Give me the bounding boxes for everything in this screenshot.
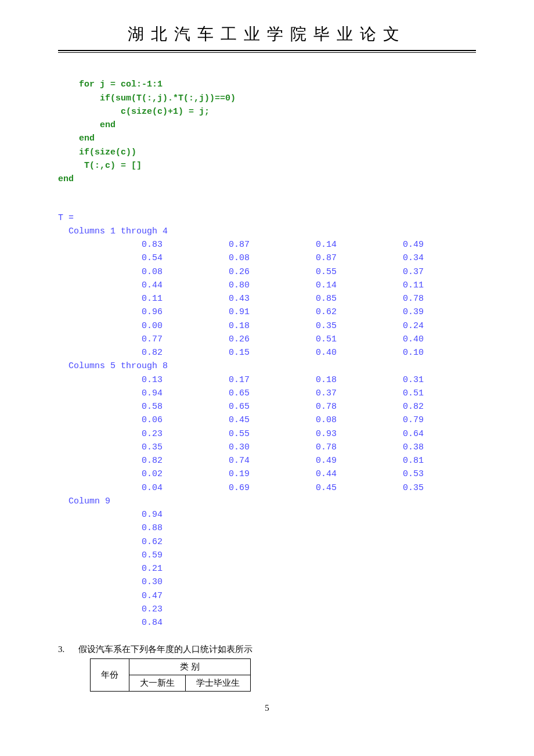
output-value: 0.11 (58, 292, 163, 305)
output-value: 0.37 (337, 265, 424, 279)
page-header-title: 湖北汽车工业学院毕业论文 (58, 23, 476, 45)
code-line: end (58, 134, 95, 143)
output-data-row: 0.060.450.080.79 (58, 413, 476, 427)
output-block: T = Columns 1 through 4 (58, 197, 476, 238)
output-data-row: 0.580.650.780.82 (58, 400, 476, 413)
output-data-row: 0.84 (58, 616, 476, 629)
output-value: 0.87 (163, 238, 250, 251)
question-line: 3.假设汽车系在下列各年度的人口统计如表所示 (58, 644, 476, 655)
page-number: 5 (58, 703, 476, 713)
output-value: 0.06 (58, 413, 163, 427)
table-header-graduate: 学士毕业生 (186, 675, 251, 692)
output-value: 0.14 (250, 238, 337, 251)
output-value: 0.80 (163, 279, 250, 292)
output-value: 0.77 (58, 333, 163, 346)
output-rows-1: 0.830.870.140.490.540.080.870.340.080.26… (58, 238, 476, 359)
output-value: 0.10 (337, 346, 424, 359)
output-value: 0.69 (163, 481, 250, 495)
output-value: 0.18 (163, 319, 250, 333)
output-value: 0.37 (250, 387, 337, 400)
output-value: 0.44 (58, 279, 163, 292)
output-value: 0.62 (58, 535, 163, 549)
output-data-row: 0.830.870.140.49 (58, 238, 476, 251)
output-value: 0.13 (58, 373, 163, 387)
output-value: 0.87 (250, 251, 337, 265)
output-value: 0.49 (337, 238, 424, 251)
output-value: 0.23 (58, 603, 163, 616)
output-value: 0.34 (337, 251, 424, 265)
output-value: 0.83 (58, 238, 163, 251)
output-value: 0.82 (337, 400, 424, 413)
output-value: 0.49 (250, 454, 337, 467)
question-number: 3. (58, 645, 78, 654)
output-value: 0.26 (163, 265, 250, 279)
output-data-row: 0.820.150.400.10 (58, 346, 476, 359)
output-value: 0.91 (163, 305, 250, 319)
output-value: 0.78 (250, 441, 337, 454)
output-value: 0.30 (58, 575, 163, 589)
output-data-row: 0.230.550.930.64 (58, 427, 476, 441)
table-header-category: 类 别 (129, 659, 251, 675)
output-data-row: 0.540.080.870.34 (58, 251, 476, 265)
output-value: 0.35 (58, 441, 163, 454)
output-value: 0.08 (250, 413, 337, 427)
output-value: 0.81 (337, 454, 424, 467)
output-value: 0.55 (163, 427, 250, 441)
output-data-row: 0.080.260.550.37 (58, 265, 476, 279)
stats-table: 年份 类 别 大一新生 学士毕业生 (90, 658, 251, 692)
output-value: 0.53 (337, 467, 424, 481)
output-data-row: 0.770.260.510.40 (58, 333, 476, 346)
code-line: end (58, 174, 74, 184)
output-data-row: 0.62 (58, 535, 476, 549)
output-data-row: 0.820.740.490.81 (58, 454, 476, 467)
output-value: 0.58 (58, 400, 163, 413)
output-value: 0.94 (58, 508, 163, 521)
output-value: 0.47 (58, 589, 163, 603)
output-value: 0.31 (337, 373, 424, 387)
output-value: 0.44 (250, 467, 337, 481)
code-line: for j = col:-1:1 (58, 80, 163, 89)
output-value: 0.11 (337, 279, 424, 292)
output-value: 0.62 (250, 305, 337, 319)
output-value: 0.14 (250, 279, 337, 292)
output-data-row: 0.59 (58, 549, 476, 562)
output-value: 0.85 (250, 292, 337, 305)
output-value: 0.02 (58, 467, 163, 481)
output-value: 0.54 (58, 251, 163, 265)
output-rows-3: 0.940.880.620.590.210.300.470.230.84 (58, 508, 476, 629)
output-var: T = (58, 213, 74, 223)
output-section-label: Column 9 (58, 495, 476, 508)
output-value: 0.08 (163, 251, 250, 265)
output-data-row: 0.88 (58, 521, 476, 535)
output-value: 0.43 (163, 292, 250, 305)
output-section-label: Columns 1 through 4 (58, 226, 168, 236)
output-value: 0.65 (163, 400, 250, 413)
output-section-label: Columns 5 through 8 (58, 359, 476, 373)
output-value: 0.23 (58, 427, 163, 441)
table-header-year: 年份 (91, 659, 129, 692)
output-value: 0.26 (163, 333, 250, 346)
output-value: 0.96 (58, 305, 163, 319)
output-value: 0.55 (250, 265, 337, 279)
output-data-row: 0.350.300.780.38 (58, 441, 476, 454)
output-data-row: 0.47 (58, 589, 476, 603)
output-value: 0.82 (58, 346, 163, 359)
output-value: 0.15 (163, 346, 250, 359)
output-value: 0.51 (250, 333, 337, 346)
output-value: 0.00 (58, 319, 163, 333)
output-value: 0.40 (250, 346, 337, 359)
output-value: 0.17 (163, 373, 250, 387)
header-rule-thin (58, 52, 476, 53)
output-data-row: 0.020.190.440.53 (58, 467, 476, 481)
output-value: 0.78 (337, 292, 424, 305)
output-value: 0.35 (250, 319, 337, 333)
table-header-freshman: 大一新生 (129, 675, 186, 692)
code-line: if(size(c)) (58, 147, 136, 157)
code-block: for j = col:-1:1 if(sum(T(:,j).*T(:,j))=… (58, 64, 476, 186)
output-data-row: 0.440.800.140.11 (58, 279, 476, 292)
output-data-row: 0.21 (58, 562, 476, 575)
code-line: end (58, 120, 116, 130)
output-rows-2: 0.130.170.180.310.940.650.370.510.580.65… (58, 373, 476, 495)
output-value: 0.40 (337, 333, 424, 346)
output-value: 0.94 (58, 387, 163, 400)
